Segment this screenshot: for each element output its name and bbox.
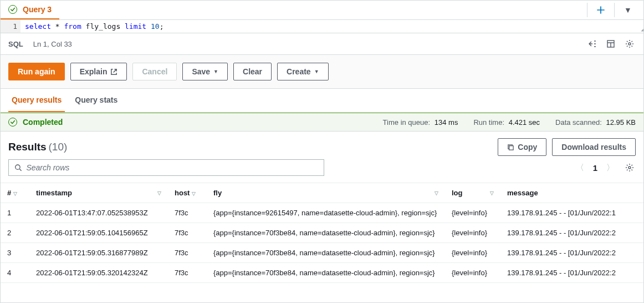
- copy-label: Copy: [518, 143, 537, 152]
- tab-menu-button[interactable]: ▼: [619, 1, 637, 19]
- table-row[interactable]: 12022-06-01T13:47:07.052538953Z7f3c{app=…: [1, 203, 643, 223]
- add-tab-button[interactable]: [592, 1, 610, 19]
- completed-label: Completed: [23, 118, 63, 127]
- tab-query-results[interactable]: Query results: [8, 89, 65, 112]
- result-tabs: Query results Query stats: [1, 89, 643, 113]
- format-icon[interactable]: [586, 38, 598, 50]
- pager: 〈 1 〉: [574, 160, 636, 175]
- download-button[interactable]: Download results: [552, 138, 636, 156]
- col-host[interactable]: host▽: [168, 183, 207, 203]
- col-message[interactable]: message: [500, 183, 643, 203]
- status-completed-bar: Completed Time in queue: 134 ms Run time…: [1, 113, 643, 132]
- run-label: Run time:: [473, 118, 504, 127]
- cell-host: 7f3c: [168, 203, 207, 223]
- col-timestamp[interactable]: timestamp▽: [29, 183, 168, 203]
- results-table: #▽ timestamp▽ host▽ fly▽ log▽ message 12…: [1, 183, 643, 283]
- cell-log: {level=info}: [445, 223, 500, 243]
- search-box[interactable]: [8, 159, 324, 176]
- cell-log: {level=info}: [445, 263, 500, 283]
- svg-point-1: [628, 43, 631, 45]
- cell-timestamp: 2022-06-01T21:59:05.104156965Z: [29, 223, 168, 243]
- create-label: Create: [287, 67, 311, 76]
- search-icon: [14, 164, 22, 171]
- results-header: Results (10) Copy Download results: [1, 132, 643, 159]
- table-settings-icon[interactable]: [623, 161, 636, 174]
- checkmark-icon: [8, 5, 17, 14]
- svg-rect-2: [509, 145, 513, 149]
- create-button[interactable]: Create ▼: [277, 63, 329, 80]
- cell-timestamp: 2022-06-01T21:59:05.320142324Z: [29, 263, 168, 283]
- run-value: 4.421 sec: [509, 118, 540, 127]
- cell-log: {level=info}: [445, 243, 500, 263]
- cancel-button: Cancel: [132, 63, 177, 80]
- cell-host: 7f3c: [168, 263, 207, 283]
- cell-fly: {app={instance=70f3be84, name=datasette-…: [207, 223, 445, 243]
- cell-message: 139.178.91.245 - - [01/Jun/2022:2: [500, 243, 643, 263]
- scan-label: Data scanned:: [555, 118, 602, 127]
- prev-page-button[interactable]: 〈: [574, 160, 586, 175]
- copy-button[interactable]: Copy: [498, 138, 546, 156]
- action-toolbar: Run again Explain Cancel Save ▼ Clear Cr…: [1, 55, 643, 89]
- cursor-position: Ln 1, Col 33: [33, 40, 72, 48]
- cell-fly: {app={instance=70f3be84, name=datasette-…: [207, 243, 445, 263]
- tab-title: Query 3: [23, 5, 52, 14]
- chevron-down-icon: ▼: [213, 69, 218, 74]
- svg-point-3: [16, 165, 20, 169]
- col-index[interactable]: #▽: [1, 183, 29, 203]
- cell-fly: {app={instance=70f3be84, name=datasette-…: [207, 263, 445, 283]
- cell-idx: 1: [1, 203, 29, 223]
- clear-button[interactable]: Clear: [233, 63, 272, 80]
- query-tab-active[interactable]: Query 3: [1, 1, 59, 19]
- cell-idx: 4: [1, 263, 29, 283]
- page-number: 1: [593, 163, 597, 173]
- layout-icon[interactable]: [605, 38, 617, 50]
- cell-idx: 3: [1, 243, 29, 263]
- search-pager-row: 〈 1 〉: [1, 159, 643, 183]
- results-title: Results: [8, 141, 47, 153]
- results-table-container: #▽ timestamp▽ host▽ fly▽ log▽ message 12…: [1, 183, 643, 302]
- sort-icon: ▽: [192, 191, 196, 196]
- table-row[interactable]: 32022-06-01T21:59:05.316877989Z7f3c{app=…: [1, 243, 643, 263]
- save-button[interactable]: Save ▼: [182, 63, 228, 80]
- sort-icon: ▽: [13, 191, 17, 196]
- cell-fly: {app={instance=92615497, name=datasette-…: [207, 203, 445, 223]
- run-button[interactable]: Run again: [8, 63, 65, 80]
- scan-value: 12.95 KB: [606, 118, 636, 127]
- queue-label: Time in queue:: [383, 118, 431, 127]
- sort-icon: ▽: [435, 190, 438, 196]
- divider: [614, 3, 615, 17]
- cell-host: 7f3c: [168, 243, 207, 263]
- search-input[interactable]: [26, 163, 318, 172]
- explain-label: Explain: [80, 67, 108, 76]
- cell-timestamp: 2022-06-01T13:47:07.052538953Z: [29, 203, 168, 223]
- sort-icon: ▽: [490, 190, 494, 196]
- table-row[interactable]: 22022-06-01T21:59:05.104156965Z7f3c{app=…: [1, 223, 643, 243]
- cell-message: 139.178.91.245 - - [01/Jun/2022:2: [500, 263, 643, 283]
- query-tabs-bar: Query 3 ▼: [1, 1, 643, 20]
- settings-icon[interactable]: [623, 38, 636, 50]
- cell-log: {level=info}: [445, 203, 500, 223]
- col-log[interactable]: log▽: [445, 183, 500, 203]
- resize-handle-icon[interactable]: ◢: [641, 26, 643, 33]
- sql-editor[interactable]: 1 select * from fly_logs limit 10; ◢: [1, 20, 643, 33]
- line-gutter: 1: [1, 20, 21, 33]
- tab-query-stats[interactable]: Query stats: [71, 89, 121, 112]
- sort-icon: ▽: [157, 190, 161, 196]
- table-row[interactable]: 42022-06-01T21:59:05.320142324Z7f3c{app=…: [1, 263, 643, 283]
- divider: [587, 3, 587, 17]
- col-fly[interactable]: fly▽: [207, 183, 445, 203]
- cell-host: 7f3c: [168, 223, 207, 243]
- editor-status-bar: SQL Ln 1, Col 33: [1, 33, 643, 55]
- cell-timestamp: 2022-06-01T21:59:05.316877989Z: [29, 243, 168, 263]
- language-label: SQL: [8, 40, 23, 48]
- cell-message: 139.178.91.245 - - [01/Jun/2022:2: [500, 223, 643, 243]
- results-count: (10): [49, 141, 68, 153]
- chevron-down-icon: ▼: [314, 69, 319, 74]
- explain-button[interactable]: Explain: [70, 63, 127, 80]
- table-header-row: #▽ timestamp▽ host▽ fly▽ log▽ message: [1, 183, 643, 203]
- save-label: Save: [192, 67, 210, 76]
- queue-value: 134 ms: [435, 118, 458, 127]
- sql-code[interactable]: select * from fly_logs limit 10;: [21, 20, 643, 33]
- cell-message: 139.178.91.245 - - [01/Jun/2022:1: [500, 203, 643, 223]
- next-page-button[interactable]: 〉: [604, 160, 617, 175]
